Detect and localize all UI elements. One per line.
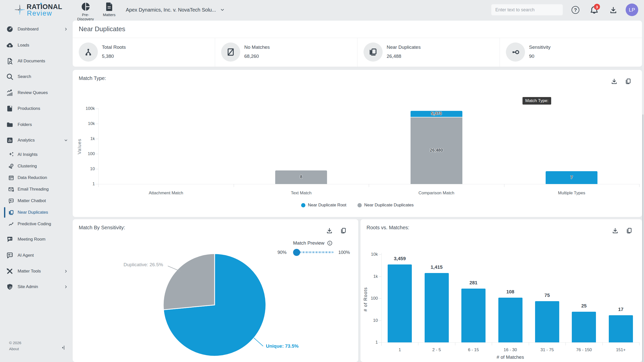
x-axis-label: 76 - 150	[566, 347, 602, 352]
queues-icon	[6, 89, 14, 97]
sidebar-item-ai-insights[interactable]: AI Insights	[0, 149, 72, 160]
stat-circle	[221, 42, 240, 62]
help-button[interactable]: ?	[572, 6, 579, 14]
x-axis-label: 151+	[602, 347, 639, 352]
sidebar-item-all-documents[interactable]: All Documents	[0, 55, 72, 67]
sidebar-item-site-admin[interactable]: Site Admin	[0, 281, 72, 293]
sidebar-item-matter-tools[interactable]: Matter Tools	[0, 265, 72, 277]
pie-slice[interactable]	[163, 254, 215, 310]
bar-value-label: 17	[602, 307, 639, 312]
sidebar-item-analytics[interactable]: Analytics	[0, 134, 72, 146]
stat-no-matches: No Matches68,260	[215, 38, 357, 67]
sidebar-item-near-duplicates[interactable]: Near Duplicates	[0, 207, 72, 218]
email-icon	[8, 186, 14, 193]
bar-1[interactable]	[388, 264, 412, 342]
chevron-right-icon	[64, 269, 68, 273]
download-button[interactable]	[609, 6, 617, 14]
brand-logo-icon	[14, 4, 26, 16]
copyright: © 2026	[9, 340, 21, 346]
productions-icon	[6, 105, 14, 112]
selected-indicator	[4, 207, 5, 218]
pre-discovery-icon	[81, 2, 90, 11]
page-header-card: Near Duplicates Total Roots5,380No Match…	[73, 21, 642, 67]
y-axis-title: Values	[77, 121, 82, 172]
user-avatar[interactable]: LP	[626, 4, 638, 16]
sidebar-item-review-queues[interactable]: Review Queues	[0, 87, 72, 99]
sidebar-item-ai-agent[interactable]: AI Agent	[0, 250, 72, 261]
siteadmin-icon	[6, 283, 14, 291]
x-axis-title: # of Matches	[381, 354, 639, 360]
match-type-panel: Match Type: 100k10k1k100101Attachment Ma…	[73, 70, 642, 217]
sidebar-footer: © 2026 About	[9, 340, 21, 352]
download-icon	[609, 6, 617, 14]
sidebar-item-dashboard[interactable]: Dashboard	[0, 23, 72, 35]
bar-value-label: 25	[566, 303, 602, 309]
datareduction-icon	[8, 175, 14, 181]
chevron-down-icon	[64, 138, 68, 142]
sidebar-item-email-threading[interactable]: Email Threading	[0, 184, 72, 195]
meeting-icon	[6, 236, 14, 243]
x-axis-label: Attachment Match	[98, 191, 234, 196]
docsearch-icon	[6, 57, 14, 65]
bar-value-label: 281	[455, 280, 492, 286]
bar-6-15[interactable]	[461, 289, 486, 342]
sidebar-item-meeting-room[interactable]: Meeting Room	[0, 234, 72, 245]
about-link[interactable]: About	[9, 346, 21, 352]
x-axis-label: Multiple Types	[504, 191, 639, 196]
brand-subname: Review	[27, 10, 52, 17]
folders-icon	[6, 121, 14, 128]
legend-item[interactable]: Near Duplicate Root	[301, 203, 346, 208]
chart-tooltip: Match Type:	[522, 97, 551, 105]
ai-icon	[8, 152, 14, 158]
clustering-icon	[8, 163, 14, 169]
x-axis-label: 1	[381, 347, 418, 352]
search-icon	[6, 73, 14, 80]
topbar: RATIONAL Review Pre-Discovery Matters Ap…	[0, 0, 644, 20]
bar-76-150[interactable]	[572, 312, 596, 342]
sidebar-collapse-button[interactable]	[60, 345, 66, 350]
nav-matters[interactable]: Matters	[101, 2, 117, 17]
bar-16-30[interactable]	[498, 298, 522, 342]
scrollbar-thumb[interactable]	[642, 114, 643, 362]
brand-i-dot	[40, 3, 42, 4]
copy-chart-button[interactable]	[626, 227, 632, 234]
sidebar-item-data-reduction[interactable]: Data Reduction	[0, 172, 72, 184]
stat-sensitivity: Sensitivity90	[500, 38, 642, 67]
chatbot-icon	[8, 198, 14, 204]
bar-151+[interactable]	[609, 315, 633, 342]
sidebar-item-folders[interactable]: Folders	[0, 119, 72, 130]
sidebar-item-matter-chatbot[interactable]: Matter Chatbot	[0, 195, 72, 207]
stat-circle	[79, 42, 98, 62]
nav-pre-discovery[interactable]: Pre-Discovery	[75, 2, 96, 21]
bar-31-75[interactable]	[535, 301, 559, 342]
pie-label-unique: Unique: 73.5%	[266, 343, 299, 349]
sidebar-item-clustering[interactable]: Clustering	[0, 160, 72, 172]
bar-2-5[interactable]	[425, 273, 449, 342]
copy-chart-button[interactable]	[625, 78, 631, 85]
notification-badge: 3	[594, 4, 600, 10]
stats-row: Total Roots5,380No Matches68,260Near Dup…	[73, 38, 642, 67]
notifications-button[interactable]: 3	[590, 6, 599, 15]
match-by-sensitivity-panel: Match By Sensitivity: Match Preview 90% …	[73, 219, 358, 362]
stat-circle	[506, 42, 525, 62]
matter-selector[interactable]: Apex Dynamics, Inc. v. NovaTech Solu...	[126, 0, 225, 20]
search-input[interactable]	[491, 4, 563, 15]
help-icon: ?	[572, 6, 579, 14]
chart-legend: Near Duplicate RootNear Duplicate Duplic…	[73, 203, 642, 208]
x-axis-label: 31 - 75	[529, 347, 566, 352]
legend-item[interactable]: Near Duplicate Duplicates	[357, 203, 414, 208]
chatbot-icon	[6, 252, 14, 259]
pie-label-duplicative: Duplicative: 26.5%	[124, 262, 163, 267]
app-root: RATIONAL Review Pre-Discovery Matters Ap…	[0, 0, 644, 362]
sidebar-item-predictive-coding[interactable]: Predictive Coding	[0, 218, 72, 230]
download-chart-button[interactable]	[611, 78, 618, 85]
neardup-icon	[8, 209, 14, 216]
page-title: Near Duplicates	[79, 25, 125, 33]
sidebar-item-productions[interactable]: Productions	[0, 103, 72, 114]
legend-dot	[301, 203, 305, 207]
sidebar-item-loads[interactable]: Loads	[0, 39, 72, 51]
download-chart-button[interactable]	[612, 227, 619, 234]
sidebar-item-search[interactable]: Search	[0, 71, 72, 82]
x-axis-label: 2 - 5	[418, 347, 455, 352]
predictive-icon	[8, 221, 14, 227]
